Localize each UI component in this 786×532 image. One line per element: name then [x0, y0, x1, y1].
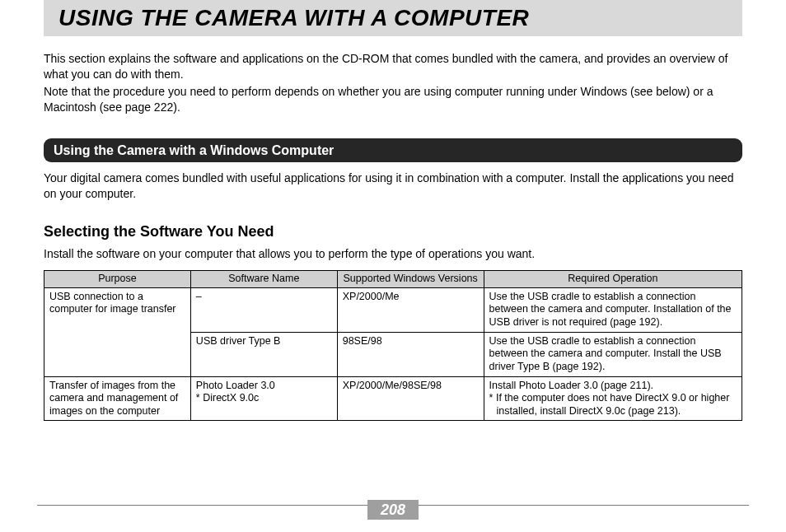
cell-purpose: USB connection to a computer for image t… [44, 287, 191, 376]
cell-operation: Use the USB cradle to establish a connec… [484, 332, 742, 376]
document-page: USING THE CAMERA WITH A COMPUTER This se… [0, 0, 786, 532]
table-header-row: Purpose Software Name Supported Windows … [44, 271, 742, 288]
page-number: 208 [367, 500, 419, 520]
software-table: Purpose Software Name Supported Windows … [44, 270, 742, 421]
cell-software: Photo Loader 3.0 * DirectX 9.0c [190, 376, 337, 421]
th-purpose: Purpose [44, 271, 191, 288]
cell-purpose: Transfer of images from the camera and m… [44, 376, 191, 421]
cell-versions: XP/2000/Me [337, 287, 484, 332]
content-area: This section explains the software and a… [44, 51, 742, 421]
page-title: USING THE CAMERA WITH A COMPUTER [58, 5, 728, 31]
cell-operation: Install Photo Loader 3.0 (page 211). * I… [484, 376, 742, 421]
footer-rule: 208 [37, 505, 749, 524]
subsection-heading: Selecting the Software You Need [44, 222, 742, 241]
software-line: * DirectX 9.0c [196, 392, 332, 405]
intro-paragraph-1: This section explains the software and a… [44, 51, 742, 82]
cell-software: USB driver Type B [190, 332, 337, 376]
operation-line: * If the computer does not have DirectX … [489, 392, 737, 418]
software-line: Photo Loader 3.0 [196, 380, 332, 393]
table-row: USB connection to a computer for image t… [44, 287, 742, 332]
subsection-lead: Install the software on your computer th… [44, 246, 742, 262]
th-software: Software Name [190, 271, 337, 288]
th-operation: Required Operation [484, 271, 742, 288]
cell-software: – [190, 287, 337, 332]
operation-line: Install Photo Loader 3.0 (page 211). [489, 380, 737, 393]
cell-versions: 98SE/98 [337, 332, 484, 376]
section-heading-pill: Using the Camera with a Windows Computer [44, 138, 742, 163]
section-lead: Your digital camera comes bundled with u… [44, 170, 742, 202]
th-versions: Supported Windows Versions [337, 271, 484, 288]
table-row: Transfer of images from the camera and m… [44, 376, 742, 421]
cell-operation: Use the USB cradle to establish a connec… [484, 287, 742, 332]
intro-paragraph-2: Note that the procedure you need to perf… [44, 84, 742, 115]
title-band: USING THE CAMERA WITH A COMPUTER [44, 0, 742, 36]
cell-versions: XP/2000/Me/98SE/98 [337, 376, 484, 421]
page-footer: 208 [0, 505, 786, 524]
